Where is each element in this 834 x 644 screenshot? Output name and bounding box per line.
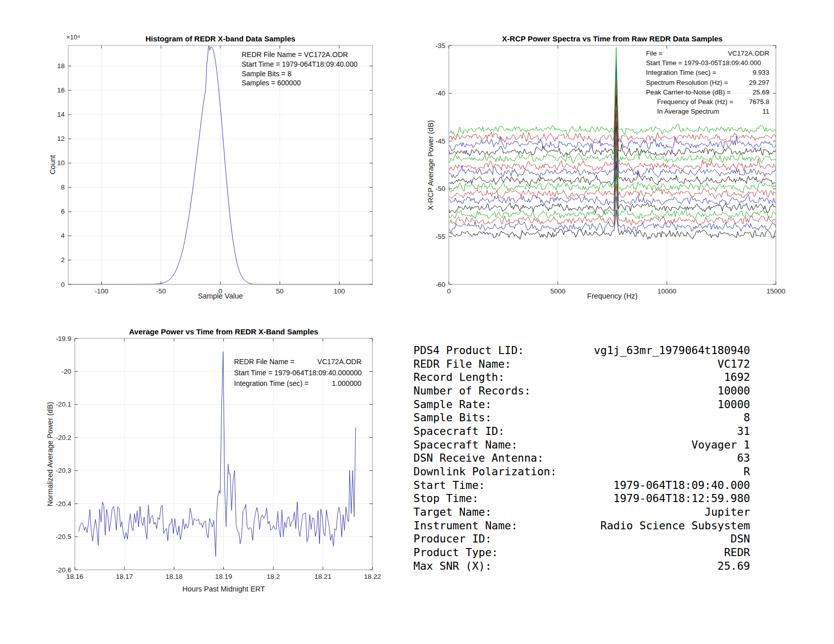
metadata-value: 10000 — [718, 384, 750, 397]
metadata-value: REDR — [724, 546, 750, 559]
spectra-xlabel: Frequency (Hz) — [449, 292, 776, 300]
pds4-metadata-block: PDS4 Product LID:vg1j_63mr_1979064t18094… — [413, 343, 750, 573]
y-tick-label: 16 — [57, 86, 65, 94]
x-tick-label: 18.17 — [116, 573, 133, 580]
metadata-row: Start Time:1979-064T18:09:40.000 — [413, 478, 750, 492]
avgpower-xlabel: Hours Past Midnight ERT — [75, 585, 373, 593]
annotation-label: Peak Carrier-to-Noise (dB) = — [646, 87, 730, 97]
annotation-line: Start Time = 1979-064T18:09:40.000 — [242, 60, 357, 69]
metadata-value: 1692 — [724, 371, 750, 383]
avgpower-annotation: REDR File Name =VC172A.ODRStart Time = 1… — [234, 357, 361, 389]
metadata-value: Voyager 1 — [691, 438, 750, 451]
annotation-value: 1.000000 — [332, 378, 361, 389]
annotation-row: Integration Time (sec) =1.000000 — [234, 378, 361, 389]
histogram-annotation: REDR File Name = VC172A.ODRStart Time = … — [242, 50, 357, 88]
y-tick-label: -55 — [435, 233, 445, 240]
metadata-value: 8 — [744, 411, 750, 424]
y-tick-label: -20.2 — [56, 434, 71, 441]
metadata-row: Product Type:REDR — [413, 546, 750, 559]
annotation-label: In Average Spectrum — [657, 107, 719, 116]
annotation-row: File =VC172A.ODR — [646, 48, 769, 58]
metadata-row: Sample Bits:8 — [413, 411, 750, 424]
y-tick-label: 14 — [57, 111, 65, 118]
annotation-line: REDR File Name = VC172A.ODR — [242, 50, 357, 60]
metadata-row: Spacecraft Name:Voyager 1 — [413, 438, 750, 452]
metadata-row: Downlink Polarization:R — [413, 465, 750, 478]
y-tick-label: -20 — [61, 368, 71, 375]
annotation-value: 7675.8 — [749, 97, 769, 107]
annotation-value: 11 — [762, 107, 769, 116]
metadata-value: Jupiter — [705, 506, 750, 518]
annotation-label: File = — [646, 48, 663, 58]
metadata-label: Stop Time: — [413, 492, 479, 505]
y-tick-label: 0 — [61, 281, 65, 288]
annotation-label: Integration Time (sec) = — [234, 378, 308, 389]
metadata-row: REDR File Name:VC172 — [413, 357, 750, 371]
metadata-value: 1979-064T18:12:59.980 — [614, 492, 750, 505]
annotation-value: VC172A.ODR — [317, 357, 361, 368]
annotation-label: Start Time = 1979-064T18:09:40.000000 — [234, 368, 362, 379]
y-tick-label: 4 — [61, 232, 65, 239]
x-tick-label: 18.2 — [267, 573, 280, 580]
annotation-row: REDR File Name =VC172A.ODR — [234, 357, 361, 368]
annotation-row: In Average Spectrum11 — [646, 107, 769, 116]
metadata-row: Max SNR (X):25.69 — [413, 559, 750, 573]
metadata-label: Product Type: — [413, 546, 498, 559]
annotation-label: Start Time = 1979-03-05T18:09:40.000 — [646, 58, 761, 68]
metadata-label: Downlink Polarization: — [413, 465, 557, 478]
metadata-value: VC172 — [718, 358, 750, 370]
metadata-label: Record Length: — [413, 371, 504, 383]
metadata-label: DSN Receive Antenna: — [413, 452, 544, 464]
y-tick-label: -20.5 — [56, 533, 71, 540]
x-tick-label: 18.16 — [66, 573, 83, 580]
avgpower-ylabel: Normalized Average Power (dB) — [46, 402, 54, 507]
metadata-label: Max SNR (X): — [413, 560, 492, 572]
avgpower-title: Average Power vs Time from REDR X-Band S… — [75, 327, 373, 336]
metadata-label: Producer ID: — [413, 532, 492, 545]
annotation-row: Start Time = 1979-03-05T18:09:40.000 — [646, 58, 769, 68]
metadata-row: Number of Records:10000 — [413, 384, 750, 398]
metadata-value: vg1j_63mr_1979064t180940 — [594, 344, 750, 357]
annotation-line: Sample Bits = 8 — [242, 69, 357, 79]
metadata-label: Number of Records: — [413, 384, 531, 397]
metadata-value: Radio Science Subsystem — [600, 519, 750, 532]
annotation-row: Spectrum Resolution (Hz) =29.297 — [646, 78, 769, 87]
metadata-label: Spacecraft Name: — [413, 438, 518, 451]
y-tick-label: -19.9 — [56, 335, 71, 342]
histogram-xlabel: Sample Value — [68, 292, 373, 300]
metadata-row: Spacecraft ID:31 — [413, 424, 750, 438]
metadata-label: Spacecraft ID: — [413, 425, 504, 437]
metadata-row: Sample Rate:10000 — [413, 398, 750, 411]
y-tick-label: 12 — [57, 135, 65, 142]
y-tick-label: 2 — [61, 256, 65, 264]
metadata-value: R — [744, 465, 750, 478]
annotation-label: Frequency of Peak (Hz) = — [657, 97, 733, 107]
y-tick-label: 10 — [57, 159, 65, 167]
y-tick-label: -20.1 — [56, 401, 71, 408]
y-tick-label: 18 — [57, 62, 65, 70]
annotation-value: 25.69 — [753, 87, 769, 97]
spectra-ylabel: X-RCP Average Power (dB) — [427, 120, 435, 210]
histogram-ylabel: Count — [49, 155, 57, 175]
figure-canvas: -100-50050100024681012141618050001000015… — [0, 0, 834, 644]
metadata-label: Sample Bits: — [413, 411, 492, 424]
x-tick-label: 18.18 — [165, 573, 182, 580]
annotation-label: Integration Time (sec) = — [646, 68, 716, 77]
annotation-value: 9.933 — [753, 68, 769, 77]
metadata-row: Instrument Name:Radio Science Subsystem — [413, 519, 750, 532]
spectra-title: X-RCP Power Spectra vs Time from Raw RED… — [449, 34, 776, 43]
y-tick-label: 8 — [61, 183, 65, 191]
annotation-row: Integration Time (sec) =9.933 — [646, 68, 769, 77]
metadata-value: 31 — [737, 425, 750, 437]
histogram-title: Histogram of REDR X-band Data Samples — [68, 34, 373, 43]
metadata-row: DSN Receive Antenna:63 — [413, 452, 750, 465]
metadata-value: 10000 — [718, 398, 750, 411]
y-tick-label: -35 — [435, 42, 445, 49]
y-tick-label: -20.6 — [56, 566, 71, 574]
metadata-label: Sample Rate: — [413, 398, 492, 411]
spectrum-trace — [449, 111, 776, 171]
metadata-value: 63 — [737, 452, 750, 464]
y-tick-label: -20.3 — [56, 467, 71, 474]
annotation-row: Frequency of Peak (Hz) =7675.8 — [646, 97, 769, 107]
annotation-value: 29.297 — [749, 78, 769, 87]
